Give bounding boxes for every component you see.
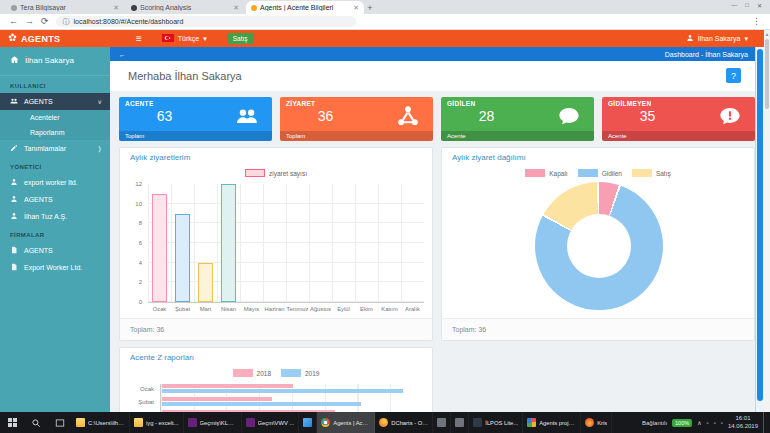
site-info-icon[interactable]: ⓘ bbox=[63, 17, 70, 27]
stat-card-gi̇di̇lmeyen[interactable]: GİDİLMEYEN35Acente bbox=[602, 97, 755, 141]
dashboard-content: ACENTE63ToplamZİYARET36ToplamGİDİLEN28Ac… bbox=[110, 91, 757, 412]
status-button[interactable]: Satış bbox=[227, 33, 254, 44]
chart-title-link[interactable]: Aylık ziyaretlerim bbox=[130, 153, 190, 162]
taskbar-app-vs[interactable]: Geçmiş\KLM C... bbox=[184, 412, 242, 433]
taskbar-app-palette[interactable]: Agents proje... bbox=[523, 412, 581, 433]
browser-scrollbar-thumb[interactable] bbox=[765, 39, 769, 109]
sidebar-item-agents[interactable]: AGENTS bbox=[0, 242, 110, 259]
pencil-icon bbox=[10, 144, 18, 153]
browser-address-bar: ← → ⟳ ⓘ localhost:8080/#/Acente/dashboar… bbox=[0, 14, 770, 30]
clock-date: 14.06.2019 bbox=[728, 423, 758, 431]
show-desktop-button[interactable] bbox=[763, 412, 767, 433]
taskbar-app-folder[interactable]: iyg - excelt... bbox=[130, 412, 184, 433]
back-arrow-icon[interactable]: ← bbox=[119, 51, 126, 58]
tab-favicon-icon bbox=[251, 5, 257, 11]
taskbar-app-vs[interactable]: Geçm\VWV ... bbox=[242, 412, 300, 433]
sidebar-item-tan-mlamalar[interactable]: Tanımlamalar❭ bbox=[0, 140, 110, 157]
chevron-icon: ❭ bbox=[97, 145, 102, 152]
sidebar-item-export-worker-ltd-[interactable]: export worker ltd. bbox=[0, 174, 110, 191]
y-axis-tick: 4 bbox=[128, 260, 142, 266]
taskbar-app-gray[interactable] bbox=[451, 412, 469, 433]
task-view-icon[interactable] bbox=[48, 412, 72, 433]
lang-icon[interactable]: ▫ bbox=[707, 420, 709, 426]
x-axis-label: Ağustos bbox=[309, 306, 332, 312]
browser-tab[interactable]: Scoring Analysis✕ bbox=[126, 1, 244, 14]
start-button[interactable] bbox=[0, 412, 24, 433]
turkish-flag-icon bbox=[162, 34, 174, 43]
network-icon[interactable]: ▫ bbox=[721, 420, 723, 426]
y-axis-tick: 6 bbox=[128, 240, 142, 246]
new-tab-button[interactable]: + bbox=[364, 2, 376, 14]
taskbar-app-firefox[interactable]: DCharts - Opti... bbox=[375, 412, 433, 433]
taskbar-app-gray[interactable] bbox=[433, 412, 451, 433]
chart-title-link[interactable]: Acente Z raporları bbox=[130, 353, 194, 362]
user-menu[interactable]: İlhan Sakarya ▾ bbox=[686, 34, 760, 43]
tab-close-icon[interactable]: ✕ bbox=[353, 4, 359, 12]
volume-icon[interactable]: ▫ bbox=[714, 420, 716, 426]
stat-card-footer: Acente bbox=[602, 131, 755, 141]
system-tray: Bağlantılı100%∧▫▫▫16:0114.06.2019 bbox=[642, 412, 770, 433]
sidebar-item-export-worker-ltd-[interactable]: Export Worker Ltd. bbox=[0, 259, 110, 276]
taskbar-app-flame[interactable]: Kris bbox=[581, 412, 612, 433]
browser-tab[interactable]: Agents | Acente Bilgileri✕ bbox=[246, 1, 364, 14]
chart-footer-total: Toplam: 36 bbox=[442, 318, 754, 340]
forward-icon[interactable]: → bbox=[25, 17, 34, 26]
tab-close-icon[interactable]: ✕ bbox=[233, 4, 239, 12]
browser-menu-icon[interactable]: ⋮ bbox=[752, 17, 761, 26]
sidebar-item-agents[interactable]: AGENTS bbox=[0, 191, 110, 208]
taskbar-clock[interactable]: 16:0114.06.2019 bbox=[728, 415, 758, 430]
sidebar-subitem-label: Raporlarım bbox=[30, 129, 65, 136]
windows-taskbar: C:\Users\ilha...iyg - excelt...Geçmiş\KL… bbox=[0, 412, 770, 433]
x-axis-label: Nisan bbox=[217, 306, 240, 312]
scroll-up-arrow-icon[interactable]: ▲ bbox=[764, 30, 770, 38]
window-minimize-icon[interactable]: — bbox=[731, 2, 737, 9]
help-button[interactable]: ? bbox=[726, 68, 741, 83]
brand-flower-icon bbox=[8, 33, 17, 44]
taskbar-search-icon[interactable] bbox=[24, 412, 48, 433]
page-scrollbar-thumb[interactable] bbox=[757, 49, 763, 401]
taskbar-app-label: Agents proje... bbox=[539, 420, 576, 426]
tabs-container: Tera Bilgisayar✕Scoring Analysis✕Agents … bbox=[6, 1, 364, 14]
chart-title-link[interactable]: Aylık ziyaret dağılımı bbox=[452, 153, 526, 162]
taskbar-app-label: iyg - excelt... bbox=[146, 420, 179, 426]
back-icon[interactable]: ← bbox=[9, 17, 18, 26]
browser-tab[interactable]: Tera Bilgisayar✕ bbox=[6, 1, 124, 14]
taskbar-app-cam[interactable]: İLPOS Lite... bbox=[469, 412, 523, 433]
window-maximize-icon[interactable]: □ bbox=[745, 2, 749, 9]
sidebar-item-label: AGENTS bbox=[24, 196, 53, 203]
stat-card-value: 35 bbox=[602, 108, 693, 124]
window-close-icon[interactable]: ✕ bbox=[757, 2, 762, 9]
hbar-2019-ocak bbox=[162, 389, 403, 393]
chart-legend: KapalıGidilenSatış bbox=[442, 169, 754, 177]
window-controls: —□✕ bbox=[723, 2, 770, 9]
stat-card-acente[interactable]: ACENTE63Toplam bbox=[119, 97, 272, 141]
sidebar-profile[interactable]: İlhan Sakarya bbox=[0, 47, 110, 76]
visit-distribution-donut-card: Aylık ziyaret dağılımıKapalıGidilenSatış… bbox=[441, 147, 755, 341]
monthly-visits-bar-chart-card: Aylık ziyaretlerimziyaret sayısı02468101… bbox=[119, 147, 433, 341]
sidebar-item-i-lhan-tuz-a-[interactable]: İlhan Tuz A.Ş. bbox=[0, 208, 110, 225]
hbar-2019-şubat bbox=[162, 402, 361, 406]
stat-card-zi̇yaret[interactable]: ZİYARET36Toplam bbox=[280, 97, 433, 141]
taskbar-app-explorer[interactable]: C:\Users\ilha... bbox=[72, 412, 130, 433]
hbar-2018-şubat bbox=[162, 397, 272, 401]
url-bar[interactable]: ⓘ localhost:8080/#/Acente/dashboard bbox=[56, 16, 356, 27]
tab-title: Agents | Acente Bilgileri bbox=[260, 4, 350, 11]
browser-scrollbar[interactable]: ▲ bbox=[764, 30, 770, 412]
sidebar-section-label: FİRMALAR bbox=[0, 225, 110, 242]
stat-card-gi̇di̇len[interactable]: GİDİLEN28Acente bbox=[441, 97, 594, 141]
sidebar-subitem-acenteler[interactable]: Acenteler bbox=[0, 110, 110, 125]
stat-card-footer: Acente bbox=[441, 131, 594, 141]
network-icon bbox=[397, 105, 419, 131]
tab-close-icon[interactable]: ✕ bbox=[113, 4, 119, 12]
language-selector[interactable]: Türkçe ▾ bbox=[162, 34, 207, 43]
reload-icon[interactable]: ⟳ bbox=[41, 17, 49, 26]
taskbar-app-chrome[interactable]: Agents | Acen... bbox=[317, 412, 375, 433]
gray-icon bbox=[437, 418, 446, 427]
chevron-up-icon[interactable]: ∧ bbox=[697, 419, 701, 426]
taskbar-app-photos[interactable] bbox=[299, 412, 317, 433]
sidebar-subitem-raporlarım[interactable]: Raporlarım bbox=[0, 125, 110, 140]
language-label: Türkçe bbox=[178, 35, 199, 42]
sidebar-item-agents[interactable]: AGENTS∨ bbox=[0, 93, 110, 110]
sidebar-toggle-icon[interactable]: ≡ bbox=[136, 33, 142, 44]
breadcrumb: Dashboard - İlhan Sakarya bbox=[665, 51, 748, 58]
